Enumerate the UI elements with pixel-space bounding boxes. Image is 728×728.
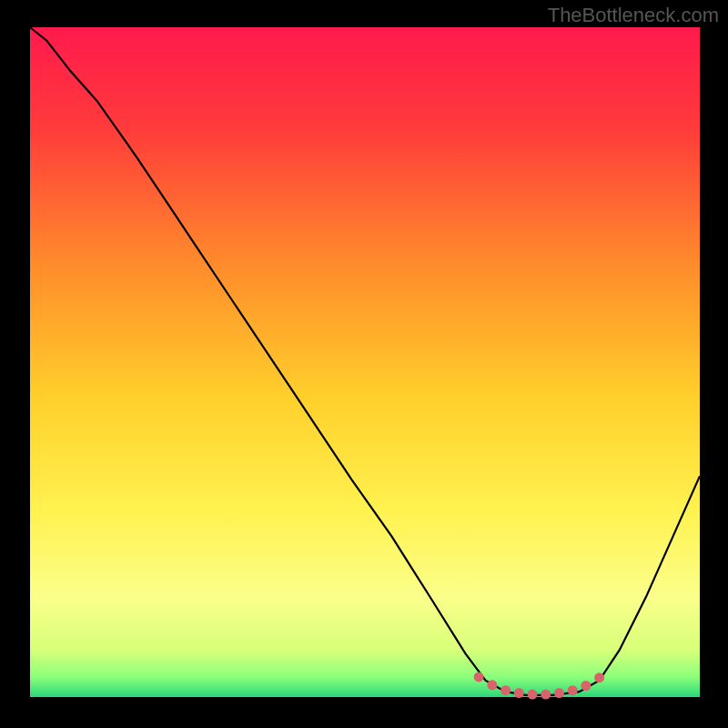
marker-dot [500,685,511,695]
bottleneck-chart [0,0,728,728]
marker-dot [594,672,604,682]
marker-dot [528,690,538,700]
marker-dot [554,688,564,698]
marker-dot [474,672,484,682]
marker-dot [568,685,578,695]
marker-dot [541,690,551,700]
watermark-text: TheBottleneck.com [548,4,719,27]
marker-dot [487,680,497,690]
marker-dot [514,688,524,698]
chart-background [30,27,700,697]
marker-dot [581,681,591,691]
